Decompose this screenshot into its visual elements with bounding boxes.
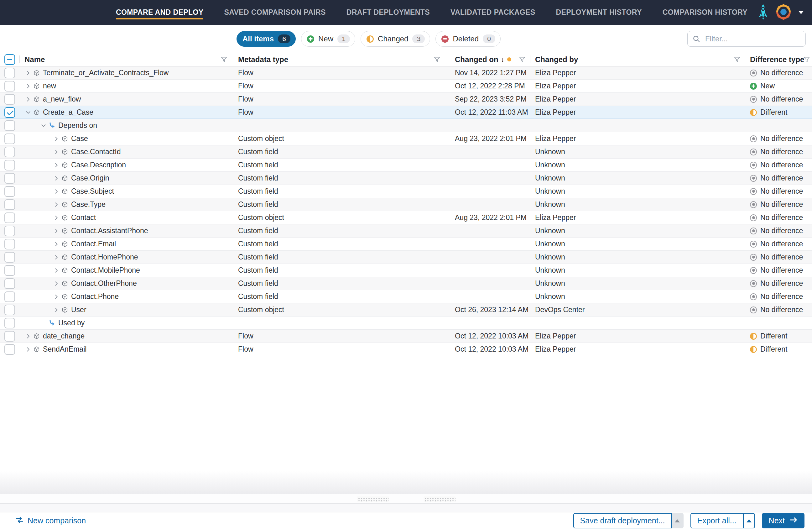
chevron-icon[interactable] (53, 175, 59, 182)
filter-funnel-icon[interactable] (434, 56, 440, 65)
save-draft-deployment-button[interactable]: Save draft deployment... (573, 513, 672, 528)
table-row[interactable]: Contact.HomePhone Custom field Unknown N… (0, 251, 812, 264)
tab-draft-deployments[interactable]: Draft deployments (347, 0, 430, 25)
filter-input[interactable] (687, 31, 806, 47)
row-checkbox[interactable] (4, 173, 15, 184)
chevron-icon[interactable] (25, 70, 31, 76)
row-checkbox[interactable] (4, 291, 15, 302)
tab-validated-packages[interactable]: Validated packages (450, 0, 535, 25)
table-row[interactable]: SendAnEmail Flow Oct 12, 2022 10:03 AM E… (0, 343, 812, 356)
chevron-icon[interactable] (53, 215, 59, 221)
row-checkbox[interactable] (4, 226, 15, 236)
table-row[interactable]: Used by (0, 316, 812, 330)
column-header-changed-by[interactable]: Changed by (535, 55, 578, 64)
table-row[interactable]: Case.Description Custom field Unknown No… (0, 159, 812, 172)
row-checkbox[interactable] (4, 305, 15, 315)
table-row[interactable]: Terminate_or_Activate_Contracts_Flow Flo… (0, 67, 812, 80)
row-checkbox[interactable] (4, 252, 15, 262)
row-checkbox[interactable] (4, 186, 15, 197)
tab-compare-and-deploy[interactable]: Compare and deploy (116, 0, 203, 25)
table-row[interactable]: Contact.Phone Custom field Unknown No di… (0, 290, 812, 303)
export-all-dropdown-toggle[interactable] (743, 513, 755, 528)
table-row[interactable]: Contact Custom object Aug 23, 2022 2:01 … (0, 211, 812, 224)
chevron-icon[interactable] (25, 346, 31, 353)
drag-grip-icon[interactable] (357, 497, 389, 502)
chevron-icon[interactable] (53, 188, 59, 195)
row-checkbox[interactable] (4, 199, 15, 210)
chip-all-items[interactable]: All items 6 (236, 31, 296, 47)
table-row[interactable]: Contact.OtherPhone Custom field Unknown … (0, 277, 812, 290)
column-header-difference-type[interactable]: Difference type (750, 55, 804, 64)
tab-saved-comparison-pairs[interactable]: Saved comparison pairs (224, 0, 325, 25)
row-checkbox[interactable] (4, 133, 15, 144)
chevron-icon[interactable] (53, 241, 59, 247)
chevron-icon[interactable] (53, 228, 59, 234)
table-row[interactable]: Depends on (0, 119, 812, 132)
chevron-icon[interactable] (53, 254, 59, 260)
row-checkbox[interactable] (4, 239, 15, 249)
table-row[interactable]: Create_a_Case Flow Oct 12, 2022 11:03 AM… (0, 106, 812, 119)
filter-funnel-icon[interactable] (803, 56, 810, 65)
row-checkbox[interactable] (4, 265, 15, 276)
row-checkbox[interactable] (4, 278, 15, 289)
rocket-icon[interactable] (757, 4, 769, 21)
select-all-checkbox[interactable] (4, 54, 15, 65)
row-checkbox[interactable] (4, 94, 15, 105)
table-row[interactable]: Case.Origin Custom field Unknown No diff… (0, 172, 812, 185)
next-button[interactable]: Next (762, 513, 804, 528)
table-row[interactable]: Case.Subject Custom field Unknown No dif… (0, 185, 812, 198)
chevron-icon[interactable] (53, 267, 59, 274)
chevron-icon[interactable] (53, 149, 59, 155)
table-row[interactable]: Case Custom object Aug 23, 2022 2:01 PM … (0, 132, 812, 145)
table-row[interactable]: date_change Flow Oct 12, 2022 10:03 AM E… (0, 330, 812, 343)
chevron-icon[interactable] (53, 201, 59, 208)
chevron-icon[interactable] (53, 307, 59, 313)
row-changed-on: Oct 12, 2022 10:03 AM (455, 332, 528, 340)
filter-funnel-icon[interactable] (519, 56, 526, 65)
row-checkbox[interactable] (4, 160, 15, 171)
chevron-icon[interactable] (53, 136, 59, 142)
row-checkbox[interactable] (4, 318, 15, 328)
new-comparison-link[interactable]: New comparison (16, 516, 86, 525)
row-checkbox[interactable] (4, 68, 15, 78)
table-row[interactable]: Contact.Email Custom field Unknown No di… (0, 238, 812, 251)
save-draft-dropdown-toggle[interactable] (672, 513, 684, 528)
chevron-icon[interactable] (53, 294, 59, 300)
column-header-changed-on[interactable]: Changed on (455, 55, 498, 64)
table-row[interactable]: new Flow Oct 12, 2022 2:28 PM Eliza Pepp… (0, 80, 812, 93)
tab-comparison-history[interactable]: Comparison history (663, 0, 748, 25)
table-row[interactable]: Case.ContactId Custom field Unknown No d… (0, 145, 812, 159)
chevron-icon[interactable] (25, 96, 31, 102)
row-checkbox[interactable] (4, 331, 15, 342)
chevron-icon[interactable] (53, 281, 59, 287)
table-row[interactable]: Contact.MobilePhone Custom field Unknown… (0, 264, 812, 277)
row-checkbox[interactable] (4, 107, 15, 118)
chip-deleted[interactable]: Deleted 0 (435, 31, 501, 47)
chevron-icon[interactable] (25, 83, 31, 89)
row-checkbox[interactable] (4, 81, 15, 91)
chevron-icon[interactable] (53, 162, 59, 168)
export-all-button[interactable]: Export all... (691, 513, 743, 528)
chevron-icon[interactable] (25, 333, 31, 339)
drag-grip-icon[interactable] (423, 497, 455, 502)
sort-desc-icon[interactable]: ↓ (501, 55, 505, 63)
row-checkbox[interactable] (4, 120, 15, 131)
row-checkbox[interactable] (4, 147, 15, 157)
column-header-name[interactable]: Name (25, 55, 45, 64)
chip-changed[interactable]: Changed 3 (361, 31, 430, 47)
table-row[interactable]: Case.Type Custom field Unknown No differ… (0, 198, 812, 211)
chevron-icon[interactable] (25, 109, 31, 116)
account-menu-caret-icon[interactable] (798, 11, 804, 14)
filter-funnel-icon[interactable] (734, 56, 741, 65)
tab-deployment-history[interactable]: Deployment history (556, 0, 641, 25)
table-row[interactable]: Contact.AssistantPhone Custom field Unkn… (0, 224, 812, 238)
column-header-metadata-type[interactable]: Metadata type (238, 55, 288, 64)
table-row[interactable]: a_new_flow Flow Sep 22, 2023 3:52 PM Eli… (0, 93, 812, 106)
chevron-icon[interactable] (40, 123, 47, 129)
table-row[interactable]: User Custom object Oct 26, 2023 12:14 AM… (0, 303, 812, 316)
chip-new[interactable]: New 1 (301, 31, 355, 47)
filter-funnel-icon[interactable] (220, 56, 228, 65)
row-checkbox[interactable] (4, 344, 15, 355)
row-checkbox[interactable] (4, 213, 15, 223)
gearset-logo[interactable] (775, 3, 792, 22)
